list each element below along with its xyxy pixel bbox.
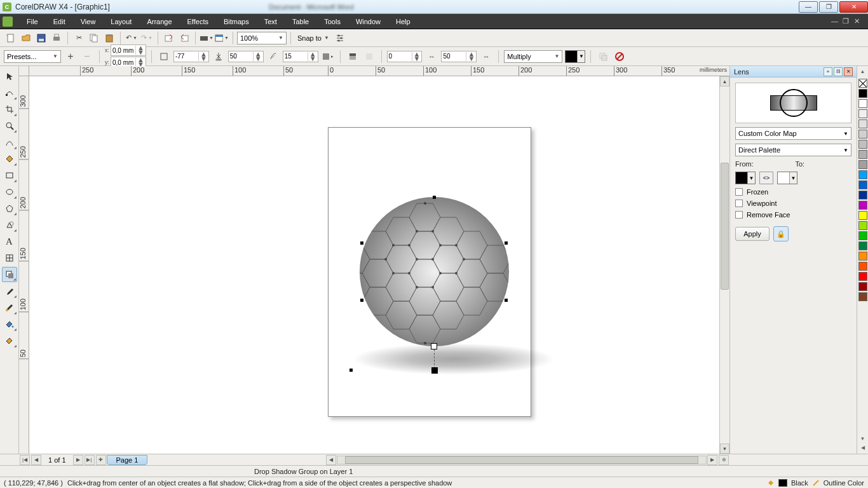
new-button[interactable] <box>4 31 18 45</box>
viewpoint-checkbox[interactable]: Viewpoint <box>735 200 851 207</box>
docker-titlebar[interactable]: Lens » ⊟ ✕ <box>730 66 857 78</box>
color-swatch[interactable] <box>858 262 867 271</box>
import-button[interactable] <box>162 31 176 45</box>
add-page-button[interactable]: ✚ <box>96 455 106 465</box>
docker-close-button[interactable]: ✕ <box>844 67 853 76</box>
selection-handle[interactable] <box>349 369 353 372</box>
crop-tool[interactable]: ◢ <box>2 102 17 117</box>
print-button[interactable] <box>50 31 64 45</box>
menu-arrange[interactable]: Arrange <box>139 14 179 29</box>
color-swatch[interactable] <box>858 160 867 169</box>
color-swatch[interactable] <box>858 221 867 230</box>
color-swatch[interactable] <box>858 272 867 281</box>
clear-shadow-button[interactable] <box>613 50 627 64</box>
polygon-tool[interactable]: ◢ <box>2 201 17 216</box>
no-color-swatch[interactable] <box>858 79 867 88</box>
color-swatch[interactable] <box>858 89 867 98</box>
color-swatch[interactable] <box>858 130 867 139</box>
menu-bitmaps[interactable]: Bitmaps <box>216 14 257 29</box>
color-swatch[interactable] <box>858 241 867 250</box>
scroll-up-button[interactable]: ▲ <box>720 76 729 86</box>
selection-handle[interactable] <box>505 241 508 245</box>
redo-button[interactable]: ↷▼ <box>140 31 154 45</box>
table-tool[interactable] <box>2 250 17 266</box>
scroll-thumb[interactable] <box>721 163 729 290</box>
palette-flyout-button[interactable]: ◀ <box>861 445 865 454</box>
shadow-color-picker[interactable]: ▼ <box>565 50 585 63</box>
palette-scroll-down[interactable]: ▼ <box>860 436 865 445</box>
feather-edge-button[interactable] <box>346 50 360 64</box>
presets-combo[interactable]: Presets...▼ <box>4 50 61 63</box>
feather-direction-button[interactable]: ▸ <box>321 50 335 64</box>
shadow-angle-input[interactable]: ▲▼ <box>173 51 209 62</box>
frozen-checkbox[interactable]: Frozen <box>735 188 851 196</box>
apply-button[interactable]: Apply <box>735 227 770 241</box>
undo-button[interactable]: ↶▼ <box>125 31 139 45</box>
shadow-feather-input[interactable]: ▲▼ <box>283 51 318 62</box>
cut-button[interactable]: ✂ <box>72 31 86 45</box>
drop-shadow-object[interactable] <box>352 343 555 375</box>
color-swatch[interactable] <box>858 252 867 261</box>
rectangle-tool[interactable]: ◢ <box>2 168 17 183</box>
color-swatch[interactable] <box>858 119 867 128</box>
vertical-scrollbar[interactable]: ▲ ▼ <box>719 76 729 454</box>
zoom-navigator-button[interactable]: ⊕ <box>719 455 729 465</box>
ellipse-tool[interactable]: ◢ <box>2 184 17 200</box>
scroll-down-button[interactable]: ▼ <box>720 444 729 454</box>
menu-edit[interactable]: Edit <box>46 14 73 29</box>
menu-file[interactable]: File <box>19 14 46 29</box>
sphere-object[interactable] <box>360 197 509 346</box>
lens-type-combo[interactable]: Custom Color Map▼ <box>735 127 851 140</box>
maximize-button[interactable]: ❐ <box>819 1 838 13</box>
menu-view[interactable]: View <box>73 14 104 29</box>
feather-edge2-button[interactable] <box>362 50 376 64</box>
lens-palette-combo[interactable]: Direct Palette▼ <box>735 144 851 156</box>
color-swatch[interactable] <box>858 201 867 210</box>
docker-autohide-button[interactable]: ⊟ <box>834 67 843 76</box>
selection-handle[interactable] <box>433 196 436 199</box>
smart-fill-tool[interactable]: ◢ <box>2 151 17 166</box>
color-swatch[interactable] <box>858 109 867 118</box>
position-x-input[interactable]: ▲▼ <box>111 44 146 56</box>
shape-tool[interactable]: ◢ <box>2 85 17 100</box>
remove-preset-button[interactable]: − <box>80 50 94 64</box>
horizontal-scrollbar[interactable]: ◀ ▶ ⊕ <box>325 455 729 465</box>
mdi-restore-button[interactable]: ❐ <box>843 17 850 25</box>
color-swatch[interactable] <box>858 282 867 291</box>
page-tab[interactable]: Page 1 <box>107 455 148 465</box>
open-button[interactable] <box>19 31 33 45</box>
palette-scroll-up[interactable]: ▲ <box>860 69 865 78</box>
copy-shadow-button[interactable] <box>596 50 610 64</box>
app-launcher-button[interactable]: ▼ <box>200 31 214 45</box>
lock-button[interactable]: 🔒 <box>773 226 789 241</box>
outline-tool[interactable]: ◢ <box>2 300 17 315</box>
minimize-button[interactable]: — <box>799 1 818 13</box>
menu-help[interactable]: Help <box>388 14 418 29</box>
color-swatch[interactable] <box>858 99 867 108</box>
shadow-fade-input[interactable]: ▲▼ <box>387 51 423 62</box>
color-swatch[interactable] <box>858 150 867 159</box>
stretch-slider-button[interactable]: ↔ <box>479 50 493 64</box>
zoom-tool[interactable]: ◢ <box>2 118 17 133</box>
selection-handle[interactable] <box>505 299 508 302</box>
menu-table[interactable]: Table <box>285 14 316 29</box>
prev-page-button[interactable]: ◀ <box>31 455 41 465</box>
scroll-thumb[interactable] <box>345 456 698 464</box>
color-swatch[interactable] <box>858 191 867 200</box>
fill-swatch[interactable] <box>778 479 787 487</box>
options-button[interactable] <box>333 31 347 45</box>
blend-mode-combo[interactable]: Multiply▼ <box>504 50 562 63</box>
save-button[interactable] <box>34 31 48 45</box>
scroll-right-button[interactable]: ▶ <box>707 455 717 465</box>
menu-layout[interactable]: Layout <box>103 14 139 29</box>
fade-slider-button[interactable]: ↔ <box>424 50 438 64</box>
color-swatch[interactable] <box>858 170 867 179</box>
to-color-picker[interactable]: ▼ <box>777 172 797 184</box>
shadow-start-handle[interactable] <box>431 343 437 349</box>
interactive-fill-tool[interactable]: ◢ <box>2 333 17 348</box>
snap-to-dropdown[interactable]: Snap to▼ <box>295 32 332 44</box>
vertical-ruler[interactable]: 300 250 200 150 100 50 <box>19 76 29 454</box>
last-page-button[interactable]: ▶| <box>85 455 95 465</box>
menu-effects[interactable]: Effects <box>180 14 216 29</box>
menu-window[interactable]: Window <box>348 14 388 29</box>
